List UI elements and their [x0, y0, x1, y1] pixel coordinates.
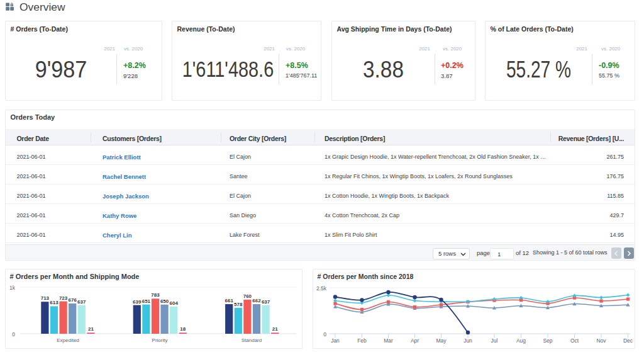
svg-text:Jul: Jul — [491, 338, 498, 344]
svg-text:760: 760 — [243, 293, 252, 299]
svg-text:637: 637 — [77, 299, 86, 305]
svg-text:0: 0 — [12, 331, 15, 338]
svg-text:Oct: Oct — [570, 338, 579, 344]
svg-text:Dec: Dec — [623, 338, 633, 344]
svg-text:21: 21 — [88, 326, 94, 332]
svg-text:783: 783 — [151, 292, 160, 298]
svg-text:Apr: Apr — [411, 338, 419, 344]
svg-text:2.5k: 2.5k — [316, 285, 327, 292]
svg-text:21: 21 — [272, 326, 278, 332]
svg-text:Sep: Sep — [543, 338, 552, 344]
svg-text:639: 639 — [133, 299, 142, 305]
svg-text:Jan: Jan — [331, 338, 340, 344]
svg-text:650: 650 — [160, 298, 169, 304]
svg-text:604: 604 — [170, 300, 179, 306]
svg-text:713: 713 — [41, 295, 50, 301]
svg-text:Nov: Nov — [596, 338, 606, 344]
svg-text:662: 662 — [252, 298, 261, 304]
svg-text:Jun: Jun — [464, 338, 472, 344]
svg-text:1k: 1k — [9, 285, 16, 291]
svg-text:676: 676 — [69, 297, 77, 303]
svg-text:651: 651 — [142, 298, 151, 304]
svg-text:Feb: Feb — [357, 338, 367, 344]
svg-text:637: 637 — [262, 299, 270, 305]
svg-text:Expedited: Expedited — [57, 338, 79, 343]
svg-text:613: 613 — [50, 300, 58, 305]
svg-text:661: 661 — [225, 298, 234, 304]
svg-text:0: 0 — [323, 331, 326, 338]
svg-text:Priority: Priority — [152, 338, 168, 343]
svg-text:18: 18 — [180, 326, 186, 332]
svg-text:May: May — [436, 338, 447, 344]
svg-text:723: 723 — [59, 295, 68, 301]
svg-text:Mar: Mar — [384, 338, 393, 344]
svg-text:Standard: Standard — [242, 338, 262, 343]
svg-text:Aug: Aug — [516, 338, 526, 344]
svg-text:578: 578 — [234, 302, 243, 307]
